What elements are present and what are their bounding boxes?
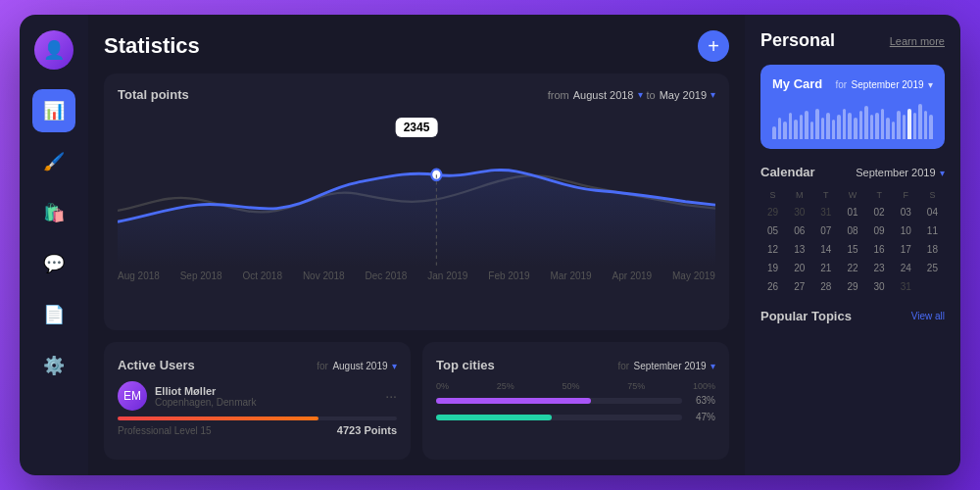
user-avatar: EM [118,381,147,411]
learn-more-link[interactable]: Learn more [890,35,945,47]
top-cities-title: Top cities [436,358,495,372]
view-all-link[interactable]: View all [911,311,945,321]
active-users-dropdown[interactable]: ▾ [392,361,397,371]
cal-day[interactable]: 24 [894,260,918,276]
cal-day[interactable]: 13 [787,241,811,258]
city-x-4: 100% [693,381,715,391]
popular-topics-title: Popular Topics [760,309,852,323]
cal-day[interactable]: 10 [894,222,918,239]
cal-day[interactable]: 18 [920,241,945,258]
mini-bar-22 [892,122,896,139]
progress-bar-bg [118,416,397,420]
mini-bar-3 [789,113,793,139]
x-label-6: Feb 2019 [488,270,529,281]
cal-day[interactable]: 02 [867,204,892,220]
cal-day[interactable]: 11 [920,222,945,239]
x-label-0: Aug 2018 [118,270,160,281]
cal-day-header: T [867,188,892,202]
cal-day[interactable]: 17 [894,241,918,258]
top-cities-header: Top cities for September 2019 ▾ [436,356,715,373]
city-pct-1: 47% [688,412,715,422]
chart-tooltip: 2345 [396,118,438,137]
cal-day[interactable]: 31 [813,204,838,220]
cal-day[interactable]: 22 [840,260,864,276]
top-cities-dropdown[interactable]: ▾ [710,361,715,371]
cal-day[interactable]: 15 [840,241,864,258]
cal-day[interactable]: 21 [813,260,838,276]
sidebar-icon-shop[interactable]: 🛍️ [32,191,75,234]
calendar-month-dropdown[interactable]: ▾ [940,168,945,178]
mini-bar-10 [826,113,830,139]
cal-day[interactable]: 20 [787,260,811,276]
chart-dot [431,170,441,180]
cal-day[interactable]: 16 [867,241,892,258]
cal-day[interactable]: 12 [760,241,785,258]
mini-bar-11 [832,120,836,139]
cal-day[interactable]: 28 [813,278,838,295]
progress-points: 4723 Points [337,424,397,436]
city-x-3: 75% [627,381,645,391]
chart-to-dropdown[interactable]: ▾ [710,89,715,100]
main-header: Statistics + [104,30,729,62]
cal-day[interactable]: 07 [813,222,838,239]
mini-bars [772,100,933,139]
mini-bar-28 [924,111,928,139]
cal-day[interactable]: 03 [894,204,918,220]
city-x-1: 25% [497,381,514,391]
mini-bar-13 [843,109,847,140]
user-name: Elliot Møller [155,385,377,397]
mini-bar-23 [897,111,901,139]
sidebar-icon-chat[interactable]: 💬 [32,242,75,285]
mini-bar-19 [875,113,879,139]
mini-bar-6 [805,111,808,139]
cal-day-header: S [920,188,945,202]
my-card-header: My Card for September 2019 ▾ [772,74,933,92]
calendar-grid: SMTWTFS293031010203040506070809101112131… [760,188,945,295]
page-title: Statistics [104,33,200,59]
cal-day[interactable]: 05 [760,222,785,239]
cal-day[interactable]: 14 [813,241,838,258]
my-card-date: September 2019 [852,79,924,90]
cal-day[interactable]: 01 [840,204,864,220]
x-label-3: Nov 2018 [303,270,345,281]
cal-day[interactable]: 08 [840,222,864,239]
cal-day[interactable]: 26 [760,278,785,295]
active-users-header: Active Users for August 2019 ▾ [118,356,397,373]
x-label-9: May 2019 [672,270,715,281]
cal-day[interactable]: 30 [787,204,811,220]
panel-header: Personal Learn more [760,30,945,51]
city-bar-container-1 [436,415,682,420]
cal-day[interactable]: 30 [867,278,892,295]
my-card-dropdown[interactable]: ▾ [928,79,933,90]
sidebar-icon-paint[interactable]: 🖌️ [32,140,75,183]
mini-bar-18 [870,115,874,139]
chart-from-dropdown[interactable]: ▾ [638,89,643,100]
city-x-2: 50% [562,381,579,391]
cal-day[interactable]: 29 [760,204,785,220]
cal-day[interactable]: 23 [867,260,892,276]
city-row-0: 63% [436,395,715,406]
chart-header: Total points from August 2018 ▾ to May 2… [118,87,715,102]
cal-day[interactable]: 19 [760,260,785,276]
cal-day[interactable]: 06 [787,222,811,239]
cal-day[interactable]: 27 [787,278,811,295]
cal-day[interactable]: 09 [867,222,892,239]
sidebar: 👤 📊 🖌️ 🛍️ 💬 📄 ⚙️ [20,15,88,475]
user-menu-dots[interactable]: ··· [385,388,397,404]
add-button[interactable]: + [698,30,729,62]
active-users-for-value: August 2019 [332,361,387,371]
sidebar-icon-settings[interactable]: ⚙️ [32,344,75,387]
x-label-4: Dec 2018 [366,270,408,281]
top-cities-range: for September 2019 ▾ [617,356,715,373]
cal-day[interactable]: 04 [920,204,945,220]
sidebar-icon-docs[interactable]: 📄 [32,293,75,336]
cal-day-header: W [840,188,864,202]
city-x-0: 0% [436,381,449,391]
chart-area: 2345 [118,110,715,267]
cal-day[interactable]: 25 [920,260,945,276]
cal-day[interactable]: 29 [840,278,864,295]
city-bar-fill-1 [436,415,552,420]
sidebar-icon-stats[interactable]: 📊 [32,89,75,132]
cal-day[interactable]: 31 [894,278,918,295]
progress-label: Professional Level 15 [118,425,212,436]
